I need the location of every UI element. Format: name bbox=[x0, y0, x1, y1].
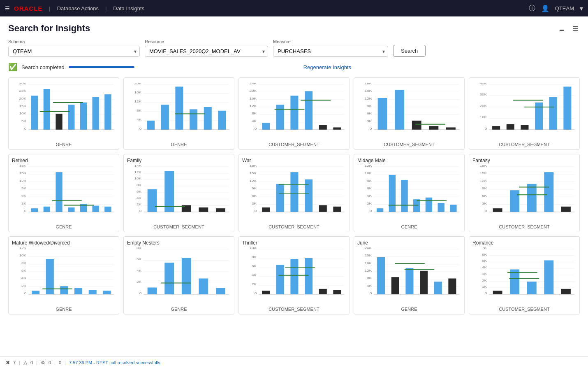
chart-title-8: War bbox=[242, 158, 346, 163]
svg-text:12K: 12K bbox=[364, 97, 372, 100]
chart-title-10: Fantasy bbox=[472, 158, 576, 163]
chart-card-14[interactable]: June24K20K16K12K8K4K0GENRE bbox=[354, 236, 465, 314]
svg-rect-279 bbox=[333, 290, 341, 294]
svg-text:8K: 8K bbox=[137, 109, 141, 112]
hamburger-icon[interactable]: ☰ bbox=[5, 5, 10, 12]
svg-text:4K: 4K bbox=[137, 118, 141, 121]
svg-text:8K: 8K bbox=[137, 183, 141, 187]
chart-title-12: Empty Nesters bbox=[127, 240, 231, 246]
schema-label: Schema bbox=[8, 39, 140, 44]
svg-rect-257 bbox=[182, 258, 191, 294]
svg-text:16K: 16K bbox=[249, 97, 257, 100]
svg-text:0: 0 bbox=[24, 209, 27, 213]
measure-select[interactable]: PURCHASES bbox=[273, 46, 388, 57]
svg-rect-98 bbox=[492, 126, 500, 130]
svg-rect-14 bbox=[31, 96, 38, 130]
svg-rect-237 bbox=[32, 291, 39, 294]
svg-text:0: 0 bbox=[370, 209, 372, 213]
chart-xlabel-5: CUSTOMER_SEGMENT bbox=[472, 142, 576, 147]
svg-text:10K: 10K bbox=[19, 112, 26, 115]
svg-text:20K: 20K bbox=[249, 89, 257, 93]
svg-rect-172 bbox=[319, 205, 327, 212]
chart-card-9[interactable]: Midage Male12K10K8K6K4K2K0GENRE bbox=[354, 154, 465, 232]
chart-card-1[interactable]: 30K25K20K15K10K5K0GENRE bbox=[8, 77, 119, 150]
schema-field: Schema QTEAM bbox=[8, 39, 140, 57]
chart-card-7[interactable]: Family14K12K10K8K6K4K2K0CUSTOMER_SEGMENT bbox=[123, 154, 234, 232]
svg-text:18K: 18K bbox=[249, 165, 257, 168]
chart-card-8[interactable]: War18K15K12K9K6K3K0CUSTOMER_SEGMENT bbox=[238, 154, 350, 232]
log-count: 0 bbox=[59, 360, 61, 365]
chart-card-15[interactable]: Romance7K6K5K4K3K2K1K0CUSTOMER_SEGMENT bbox=[469, 236, 580, 314]
svg-rect-255 bbox=[148, 288, 157, 295]
menu-icon[interactable]: ☰ bbox=[571, 23, 580, 34]
chart-xlabel-12: GENRE bbox=[127, 307, 231, 312]
svg-text:18K: 18K bbox=[364, 83, 372, 85]
svg-rect-20 bbox=[104, 94, 111, 130]
chart-xlabel-8: CUSTOMER_SEGMENT bbox=[242, 224, 346, 229]
status-text: Search completed bbox=[21, 64, 65, 70]
chart-card-5[interactable]: 40K30K20K10K0CUSTOMER_SEGMENT bbox=[469, 77, 580, 150]
status-progress-bar bbox=[69, 66, 134, 68]
svg-rect-256 bbox=[164, 263, 174, 294]
svg-rect-38 bbox=[175, 87, 183, 130]
svg-text:24K: 24K bbox=[249, 83, 257, 85]
svg-rect-322 bbox=[493, 291, 502, 294]
svg-text:2K: 2K bbox=[367, 202, 372, 205]
svg-text:3K: 3K bbox=[482, 272, 487, 276]
search-bar: Schema QTEAM Resource MOVIE_SALES_2020Q2… bbox=[8, 39, 580, 57]
svg-text:9K: 9K bbox=[21, 186, 26, 190]
search-button[interactable]: Search bbox=[393, 45, 426, 57]
chart-area-2: 20K16K12K8K4K0 bbox=[127, 83, 231, 140]
schema-select[interactable]: QTEAM bbox=[8, 46, 140, 57]
svg-rect-217 bbox=[527, 184, 537, 212]
chart-xlabel-11: GENRE bbox=[12, 307, 116, 312]
chart-xlabel-13: CUSTOMER_SEGMENT bbox=[242, 307, 346, 312]
svg-text:9K: 9K bbox=[367, 104, 372, 108]
svg-rect-126 bbox=[93, 206, 99, 212]
chart-card-13[interactable]: Thriller10K8K6K4K2K0CUSTOMER_SEGMENT bbox=[238, 236, 350, 314]
svg-text:12K: 12K bbox=[479, 179, 487, 183]
svg-text:6K: 6K bbox=[21, 269, 26, 273]
chart-card-12[interactable]: Empty Nesters8K6K4K2K0GENRE bbox=[123, 236, 234, 314]
nav-page-subtitle: Data Insights bbox=[113, 5, 144, 12]
regenerate-link[interactable]: Regenerate Insights bbox=[303, 64, 351, 70]
svg-text:10K: 10K bbox=[364, 171, 372, 175]
warning-count: 0 bbox=[30, 360, 33, 365]
svg-text:6K: 6K bbox=[252, 194, 257, 198]
log-message[interactable]: 7:57:36 PM - REST call resolved successf… bbox=[69, 360, 161, 365]
svg-text:4K: 4K bbox=[252, 119, 257, 123]
header-actions: 🗕 ☰ bbox=[557, 23, 580, 34]
chart-card-4[interactable]: 18K15K12K9K6K3K0CUSTOMER_SEGMENT bbox=[354, 77, 465, 150]
chart-area-12: 8K6K4K2K0 bbox=[127, 247, 231, 305]
chart-xlabel-1: GENRE bbox=[12, 142, 116, 147]
svg-rect-170 bbox=[290, 172, 298, 212]
svg-text:2K: 2K bbox=[252, 282, 257, 286]
user-dropdown-icon[interactable]: ▾ bbox=[580, 5, 583, 12]
chart-card-11[interactable]: Mature Widowed/Divorced12K10K8K6K4K2K0GE… bbox=[8, 236, 119, 314]
user-label[interactable]: QTEAM bbox=[555, 5, 574, 12]
svg-text:6K: 6K bbox=[137, 190, 141, 193]
svg-text:12K: 12K bbox=[19, 247, 26, 250]
chart-card-2[interactable]: 20K16K12K8K4K0GENRE bbox=[123, 77, 234, 150]
svg-text:15K: 15K bbox=[249, 171, 257, 175]
resource-select[interactable]: MOVIE_SALES_2020Q2_MODEL_AV bbox=[145, 46, 268, 57]
chart-area-4: 18K15K12K9K6K3K0 bbox=[357, 83, 461, 140]
svg-text:10K: 10K bbox=[134, 177, 141, 180]
svg-rect-41 bbox=[218, 111, 226, 130]
svg-rect-173 bbox=[333, 207, 341, 212]
settings-count: 0 bbox=[49, 360, 51, 365]
svg-rect-276 bbox=[290, 259, 298, 294]
chart-card-3[interactable]: 24K20K16K12K8K4K0CUSTOMER_SEGMENT bbox=[238, 77, 350, 150]
oracle-logo: ORACLE bbox=[14, 5, 42, 12]
chart-card-10[interactable]: Fantasy18K15K12K9K6K3K0CUSTOMER_SEGMENT bbox=[469, 154, 580, 232]
svg-rect-275 bbox=[276, 265, 284, 295]
svg-text:40K: 40K bbox=[479, 83, 487, 85]
help-icon[interactable]: ⓘ bbox=[529, 4, 535, 13]
chart-xlabel-9: GENRE bbox=[357, 224, 461, 229]
svg-rect-121 bbox=[31, 208, 38, 212]
svg-rect-81 bbox=[378, 98, 387, 130]
chart-title-13: Thriller bbox=[242, 240, 346, 246]
view-toggle-icon[interactable]: 🗕 bbox=[557, 23, 567, 34]
chart-card-6[interactable]: Retired18K15K12K9K6K3K0GENRE bbox=[8, 154, 119, 232]
svg-text:4K: 4K bbox=[482, 266, 487, 269]
